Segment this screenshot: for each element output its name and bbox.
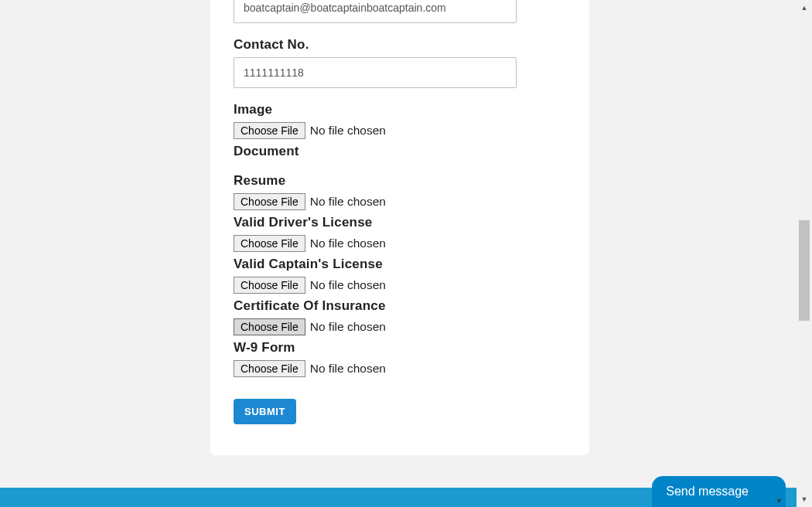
image-file-status: No file chosen (310, 124, 386, 138)
certificate-file-status: No file chosen (310, 320, 386, 334)
captain-license-label: Valid Captain's License (234, 257, 566, 272)
captain-license-file-status: No file chosen (310, 278, 386, 292)
certificate-label: Certificate Of Insurance (234, 298, 566, 314)
w9-file-row: Choose File No file chosen (234, 360, 566, 377)
driver-license-choose-file-button[interactable]: Choose File (234, 235, 305, 252)
resume-file-row: Choose File No file chosen (234, 193, 566, 210)
contact-field[interactable] (234, 57, 517, 88)
resume-label: Resume (234, 173, 566, 189)
form-card: Contact No. Image Choose File No file ch… (210, 0, 589, 455)
driver-license-label: Valid Driver's License (234, 215, 566, 230)
image-file-row: Choose File No file chosen (234, 122, 566, 139)
chat-widget[interactable]: Send message ▾ (652, 476, 786, 507)
resume-choose-file-button[interactable]: Choose File (234, 193, 305, 210)
w9-choose-file-button[interactable]: Choose File (234, 360, 305, 377)
document-label: Document (234, 144, 566, 159)
page-viewport: Contact No. Image Choose File No file ch… (0, 0, 797, 507)
image-choose-file-button[interactable]: Choose File (234, 122, 305, 139)
w9-file-status: No file chosen (310, 362, 386, 376)
captain-license-file-row: Choose File No file chosen (234, 277, 566, 294)
submit-button[interactable]: SUBMIT (234, 399, 296, 424)
scroll-up-button[interactable]: ▲ (797, 0, 812, 15)
driver-license-file-status: No file chosen (310, 236, 386, 250)
captain-license-choose-file-button[interactable]: Choose File (234, 277, 305, 294)
certificate-file-row: Choose File No file chosen (234, 318, 566, 335)
scroll-thumb[interactable] (799, 220, 810, 321)
vertical-scrollbar[interactable]: ▲ ▼ (797, 0, 812, 507)
email-field[interactable] (234, 0, 517, 23)
resume-file-status: No file chosen (310, 195, 386, 209)
chat-chevron-down-icon: ▾ (773, 495, 784, 505)
chat-label: Send message (666, 485, 749, 498)
contact-label: Contact No. (234, 37, 566, 53)
scroll-down-button[interactable]: ▼ (797, 492, 812, 507)
certificate-choose-file-button[interactable]: Choose File (234, 318, 305, 335)
w9-label: W-9 Form (234, 340, 566, 356)
driver-license-file-row: Choose File No file chosen (234, 235, 566, 252)
image-label: Image (234, 102, 566, 117)
